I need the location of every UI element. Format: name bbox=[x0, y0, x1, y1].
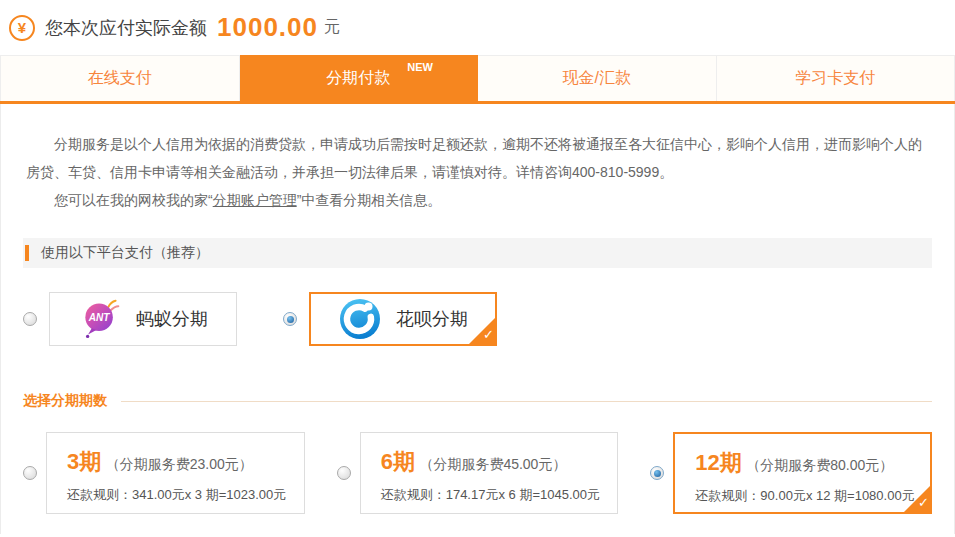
periods-label: 12期 bbox=[695, 450, 741, 475]
repayment-rule: 还款规则：174.17元x 6 期=1045.00元 bbox=[381, 486, 618, 504]
installment-option-12: 12期 （分期服务费80.00元） 还款规则：90.00元x 12 期=1080… bbox=[650, 432, 932, 514]
installment-option-3: 3期 （分期服务费23.00元） 还款规则：341.00元x 3 期=1023.… bbox=[23, 432, 305, 514]
selected-corner-check-icon: ✓ bbox=[469, 318, 495, 344]
section-marker-bar bbox=[25, 245, 29, 261]
ant-installment-radio[interactable] bbox=[23, 312, 37, 326]
ant-installment-option[interactable]: ANT 蚂蚁分期 bbox=[49, 292, 237, 346]
repayment-rule: 还款规则：341.00元x 3 期=1023.00元 bbox=[67, 486, 304, 504]
installment-service-notice: 分期服务是以个人信用为依据的消费贷款，申请成功后需按时足额还款，逾期不还将被通报… bbox=[1, 104, 954, 186]
installment-12-radio[interactable] bbox=[650, 466, 664, 480]
platform-section-title: 使用以下平台支付（推荐） bbox=[41, 244, 209, 262]
installment-headline: 3期 （分期服务费23.00元） bbox=[67, 447, 304, 477]
tab-cash-remittance[interactable]: 现金/汇款 bbox=[478, 55, 717, 101]
svg-text:ANT: ANT bbox=[88, 312, 111, 323]
periods-label: 6期 bbox=[381, 449, 415, 474]
tab-label: 分期付款 bbox=[326, 68, 390, 89]
amount-value: 1000.00 bbox=[217, 12, 318, 43]
fee-note: （分期服务费23.00元） bbox=[106, 456, 253, 472]
selected-corner-check-icon: ✓ bbox=[904, 486, 930, 512]
installment-6-box[interactable]: 6期 （分期服务费45.00元） 还款规则：174.17元x 6 期=1045.… bbox=[360, 432, 619, 514]
periods-label: 3期 bbox=[67, 449, 101, 474]
fee-note: （分期服务费45.00元） bbox=[419, 456, 566, 472]
tab-installment-payment[interactable]: 分期付款 NEW bbox=[240, 55, 479, 101]
platform-section-header: 使用以下平台支付（推荐） bbox=[23, 238, 932, 268]
installment-section-title: 选择分期期数 bbox=[23, 392, 107, 410]
installment-6-radio[interactable] bbox=[337, 466, 351, 480]
installment-account-link[interactable]: 分期账户管理 bbox=[213, 192, 297, 208]
section-divider-line bbox=[121, 401, 932, 402]
notice-prefix: 您可以在我的网校我的家“ bbox=[54, 192, 213, 208]
installment-3-box[interactable]: 3期 （分期服务费23.00元） 还款规则：341.00元x 3 期=1023.… bbox=[46, 432, 305, 514]
tab-study-card-payment[interactable]: 学习卡支付 bbox=[717, 55, 955, 101]
ant-logo-icon: ANT bbox=[78, 297, 122, 341]
amount-currency: 元 bbox=[324, 17, 340, 38]
platform-option-ant: ANT 蚂蚁分期 bbox=[23, 292, 237, 346]
tab-label: 在线支付 bbox=[88, 68, 152, 89]
platform-name: 花呗分期 bbox=[396, 307, 468, 331]
yen-icon: ¥ bbox=[9, 15, 35, 41]
installment-3-radio[interactable] bbox=[23, 466, 37, 480]
installment-tab-panel: 分期服务是以个人信用为依据的消费贷款，申请成功后需按时足额还款，逾期不还将被通报… bbox=[0, 104, 955, 534]
repayment-rule: 还款规则：90.00元x 12 期=1080.00元 bbox=[695, 487, 930, 505]
huabei-logo-icon bbox=[338, 297, 382, 341]
tab-label: 现金/汇款 bbox=[563, 68, 631, 89]
tab-label: 学习卡支付 bbox=[795, 68, 875, 89]
payment-method-tabs: 在线支付 分期付款 NEW 现金/汇款 学习卡支付 bbox=[0, 55, 955, 104]
account-management-notice: 您可以在我的网校我的家“分期账户管理”中查看分期相关信息。 bbox=[1, 186, 954, 214]
platform-name: 蚂蚁分期 bbox=[136, 307, 208, 331]
tab-online-payment[interactable]: 在线支付 bbox=[0, 55, 240, 101]
amount-header: ¥ 您本次应付实际金额 1000.00 元 bbox=[0, 0, 955, 55]
amount-label: 您本次应付实际金额 bbox=[45, 16, 207, 40]
notice-text: 分期服务是以个人信用为依据的消费贷款，申请成功后需按时足额还款，逾期不还将被通报… bbox=[26, 136, 922, 180]
platform-option-huabei: 花呗分期 ✓ bbox=[283, 292, 497, 346]
installment-options: 3期 （分期服务费23.00元） 还款规则：341.00元x 3 期=1023.… bbox=[23, 432, 932, 514]
installment-headline: 6期 （分期服务费45.00元） bbox=[381, 447, 618, 477]
installment-option-6: 6期 （分期服务费45.00元） 还款规则：174.17元x 6 期=1045.… bbox=[337, 432, 619, 514]
new-badge: NEW bbox=[407, 61, 433, 73]
huabei-installment-option[interactable]: 花呗分期 ✓ bbox=[309, 292, 497, 346]
installment-12-box[interactable]: 12期 （分期服务费80.00元） 还款规则：90.00元x 12 期=1080… bbox=[673, 432, 932, 514]
installment-headline: 12期 （分期服务费80.00元） bbox=[695, 448, 930, 478]
installment-section-header: 选择分期期数 bbox=[23, 392, 932, 410]
fee-note: （分期服务费80.00元） bbox=[746, 457, 893, 473]
notice-suffix: ”中查看分期相关信息。 bbox=[297, 192, 442, 208]
platform-options: ANT 蚂蚁分期 花呗分期 bbox=[23, 292, 954, 346]
huabei-installment-radio[interactable] bbox=[283, 312, 297, 326]
